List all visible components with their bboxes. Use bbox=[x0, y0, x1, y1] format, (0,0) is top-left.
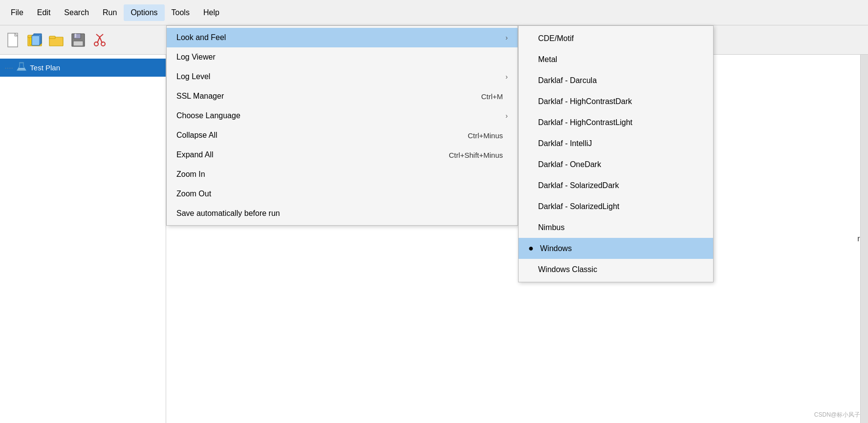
menu-ssl-manager[interactable]: SSL Manager Ctrl+M bbox=[167, 86, 518, 106]
menu-save-auto[interactable]: Save automatically before run bbox=[167, 204, 518, 223]
log-level-label: Log Level bbox=[176, 72, 505, 81]
laf-bullet-2 bbox=[528, 75, 538, 85]
menu-look-and-feel[interactable]: Look and Feel › bbox=[167, 28, 518, 47]
laf-bullet-10: ● bbox=[528, 243, 540, 254]
choose-language-arrow: › bbox=[505, 112, 508, 120]
laf-highcontrastlight[interactable]: Darklaf - HighContrastLight bbox=[519, 112, 713, 133]
expand-all-label: Expand All bbox=[176, 150, 449, 159]
watermark: CSDN@标小风子 bbox=[814, 411, 860, 419]
zoom-in-label: Zoom In bbox=[176, 170, 508, 179]
laf-label-10: Windows bbox=[540, 244, 572, 253]
laf-label-3: Darklaf - HighContrastDark bbox=[538, 97, 632, 106]
collapse-shortcut: Ctrl+Minus bbox=[468, 131, 503, 140]
laf-label-2: Darklaf - Darcula bbox=[538, 76, 597, 85]
laf-metal[interactable]: Metal bbox=[519, 49, 713, 70]
menu-zoom-in[interactable]: Zoom In bbox=[167, 165, 518, 184]
laf-highcontrastdark[interactable]: Darklaf - HighContrastDark bbox=[519, 91, 713, 112]
choose-language-label: Choose Language bbox=[176, 111, 505, 120]
laf-label-9: Nimbus bbox=[538, 223, 564, 232]
laf-label-6: Darklaf - OneDark bbox=[538, 160, 601, 169]
log-level-arrow: › bbox=[505, 73, 508, 81]
options-menu: Look and Feel › Log Viewer Log Level › S… bbox=[166, 25, 518, 226]
laf-bullet-6 bbox=[528, 159, 538, 169]
laf-label-4: Darklaf - HighContrastLight bbox=[538, 118, 632, 127]
menu-zoom-out[interactable]: Zoom Out bbox=[167, 184, 518, 204]
laf-bullet-8 bbox=[528, 201, 538, 212]
laf-darcula[interactable]: Darklaf - Darcula bbox=[519, 70, 713, 91]
menu-log-viewer[interactable]: Log Viewer bbox=[167, 47, 518, 67]
laf-bullet-7 bbox=[528, 180, 538, 190]
collapse-all-label: Collapse All bbox=[176, 131, 468, 140]
menu-choose-language[interactable]: Choose Language › bbox=[167, 106, 518, 126]
laf-solarizedlight[interactable]: Darklaf - SolarizedLight bbox=[519, 196, 713, 217]
dropdown-overlay: Look and Feel › Log Viewer Log Level › S… bbox=[0, 0, 868, 423]
expand-shortcut: Ctrl+Shift+Minus bbox=[449, 151, 503, 159]
laf-windows[interactable]: ● Windows bbox=[519, 238, 713, 259]
ssl-shortcut: Ctrl+M bbox=[481, 92, 503, 101]
laf-bullet-0 bbox=[528, 33, 538, 43]
laf-windows-classic[interactable]: Windows Classic bbox=[519, 259, 713, 280]
laf-label-0: CDE/Motif bbox=[538, 34, 574, 43]
laf-nimbus[interactable]: Nimbus bbox=[519, 217, 713, 238]
laf-label-11: Windows Classic bbox=[538, 265, 597, 274]
laf-label-1: Metal bbox=[538, 55, 557, 64]
zoom-out-label: Zoom Out bbox=[176, 190, 508, 198]
look-and-feel-label: Look and Feel bbox=[176, 33, 505, 42]
save-auto-label: Save automatically before run bbox=[176, 209, 508, 218]
laf-bullet-4 bbox=[528, 117, 538, 127]
log-viewer-label: Log Viewer bbox=[176, 53, 508, 62]
laf-bullet-1 bbox=[528, 54, 538, 64]
laf-submenu: CDE/Motif Metal Darklaf - Darcula Darkla… bbox=[518, 25, 714, 282]
laf-label-5: Darklaf - IntelliJ bbox=[538, 139, 592, 148]
menu-log-level[interactable]: Log Level › bbox=[167, 67, 518, 86]
laf-cde-motif[interactable]: CDE/Motif bbox=[519, 28, 713, 49]
laf-bullet-9 bbox=[528, 222, 538, 233]
laf-label-8: Darklaf - SolarizedLight bbox=[538, 202, 619, 211]
ssl-manager-label: SSL Manager bbox=[176, 92, 481, 101]
laf-solarizeddark[interactable]: Darklaf - SolarizedDark bbox=[519, 175, 713, 196]
look-and-feel-arrow: › bbox=[505, 34, 508, 42]
menu-collapse-all[interactable]: Collapse All Ctrl+Minus bbox=[167, 126, 518, 145]
laf-label-7: Darklaf - SolarizedDark bbox=[538, 181, 619, 190]
laf-bullet-3 bbox=[528, 96, 538, 106]
laf-bullet-5 bbox=[528, 138, 538, 148]
laf-intellij[interactable]: Darklaf - IntelliJ bbox=[519, 133, 713, 154]
laf-bullet-11 bbox=[528, 264, 538, 275]
laf-onedark[interactable]: Darklaf - OneDark bbox=[519, 154, 713, 175]
menu-expand-all[interactable]: Expand All Ctrl+Shift+Minus bbox=[167, 145, 518, 165]
